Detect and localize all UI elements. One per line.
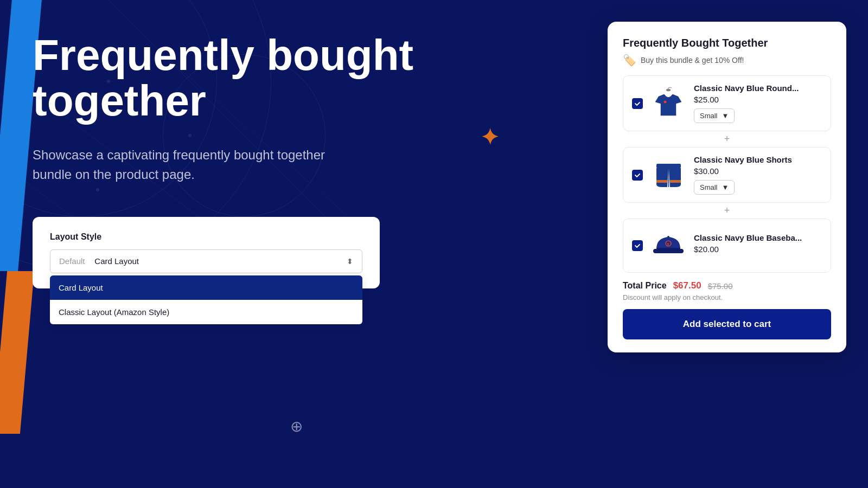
layout-select[interactable]: Default Card Layout ⬍ <box>50 249 362 273</box>
product-image-cap: X <box>649 227 687 265</box>
dropdown-item-card-layout[interactable]: Card Layout <box>50 275 362 300</box>
layout-select-wrapper[interactable]: Default Card Layout ⬍ Card Layout Classi… <box>50 249 362 273</box>
fbt-title: Frequently Bought Together <box>623 37 831 49</box>
product-checkbox-shorts[interactable] <box>632 170 643 181</box>
separator-1: + <box>623 133 831 145</box>
left-section: Frequently bought together Showcase a ca… <box>0 0 597 488</box>
product-info-shorts: Classic Navy Blue Shorts $30.00 Small ▼ <box>694 155 822 195</box>
svg-text:X: X <box>667 242 669 246</box>
layout-style-panel: Layout Style Default Card Layout ⬍ Card … <box>33 217 380 288</box>
total-section: Total Price $67.50 $75.00 Discount will … <box>623 280 831 301</box>
svg-rect-12 <box>656 164 681 168</box>
product-price-shorts: $30.00 <box>694 166 822 176</box>
product-name-cap: Classic Navy Blue Baseba... <box>694 233 822 242</box>
product-info-tshirt: Classic Navy Blue Round... $25.00 Small … <box>694 84 822 123</box>
product-item-tshirt: Classic Navy Blue Round... $25.00 Small … <box>623 75 831 131</box>
product-checkbox-cap[interactable] <box>632 240 643 251</box>
variant-chevron-icon-tshirt: ▼ <box>722 112 729 120</box>
select-chevron-icon: ⬍ <box>347 257 353 266</box>
decorative-star: ✦ <box>481 125 499 150</box>
product-image-tshirt <box>649 85 687 123</box>
layout-dropdown-menu: Card Layout Classic Layout (Amazon Style… <box>50 275 362 324</box>
product-name-tshirt: Classic Navy Blue Round... <box>694 84 822 93</box>
hero-subtitle: Showcase a captivating frequently bought… <box>33 145 358 184</box>
product-price-tshirt: $25.00 <box>694 95 822 104</box>
add-to-cart-button[interactable]: Add selected to cart <box>623 309 831 339</box>
panel-label: Layout Style <box>50 232 362 242</box>
product-name-shorts: Classic Navy Blue Shorts <box>694 155 822 164</box>
svg-point-18 <box>667 236 669 238</box>
dropdown-item-classic-layout[interactable]: Classic Layout (Amazon Style) <box>50 300 362 324</box>
svg-point-9 <box>666 89 671 91</box>
total-discounted-price: $67.50 <box>673 280 701 291</box>
product-variant-shorts[interactable]: Small ▼ <box>694 180 735 195</box>
product-info-cap: Classic Navy Blue Baseba... $20.00 <box>694 233 822 258</box>
product-checkbox-tshirt[interactable] <box>632 98 643 109</box>
total-original-price: $75.00 <box>708 281 733 291</box>
right-section: Frequently Bought Together 🏷️ Buy this b… <box>597 0 868 488</box>
select-value-label: Card Layout <box>94 256 139 266</box>
crosshair-icon: ⊕ <box>290 418 307 434</box>
total-label: Total Price <box>623 281 667 291</box>
fbt-widget-card: Frequently Bought Together 🏷️ Buy this b… <box>608 22 846 352</box>
bundle-text: Buy this bundle & get 10% Off! <box>641 56 744 65</box>
variant-label-shorts: Small <box>700 183 718 191</box>
product-variant-tshirt[interactable]: Small ▼ <box>694 108 735 123</box>
product-item-cap: X Classic Navy Blue Baseba... $20.00 <box>623 219 831 273</box>
separator-2: + <box>623 205 831 216</box>
product-price-cap: $20.00 <box>694 245 822 254</box>
discount-note: Discount will apply on checkout. <box>623 293 831 301</box>
variant-chevron-icon-shorts: ▼ <box>722 183 729 191</box>
bundle-icon: 🏷️ <box>623 54 636 67</box>
svg-point-11 <box>663 101 666 104</box>
variant-label-tshirt: Small <box>700 112 718 120</box>
product-image-shorts <box>649 156 687 194</box>
product-item-shorts: Classic Navy Blue Shorts $30.00 Small ▼ <box>623 147 831 203</box>
svg-rect-15 <box>656 248 680 249</box>
hero-title: Frequently bought together <box>33 33 564 124</box>
select-default-label: Default <box>59 256 85 266</box>
